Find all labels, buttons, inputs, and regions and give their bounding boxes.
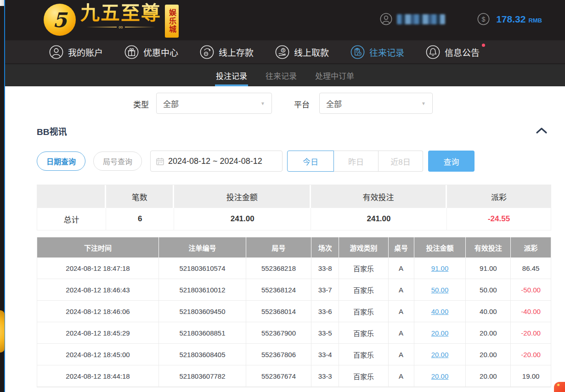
summary-header-cell: 有效投注 <box>311 185 447 208</box>
summary-header-cell <box>37 185 106 208</box>
bet-amount-link[interactable]: 40.00 <box>431 308 449 315</box>
cell-round-id: 552368014 <box>246 301 311 322</box>
cell-time: 2024-08-12 18:46:43 <box>37 279 159 300</box>
floating-promo-widget[interactable] <box>554 382 565 392</box>
bell-icon <box>426 45 440 59</box>
bet-table-column-header: 投注金额 <box>414 237 466 258</box>
notification-dot <box>482 44 485 47</box>
nav-label: 信息公告 <box>445 46 480 58</box>
bet-amount-link[interactable]: 91.00 <box>431 264 449 272</box>
type-filter-value: 全部 <box>163 98 179 109</box>
cell-valid: 91.00 <box>466 258 511 279</box>
cell-time: 2024-08-12 18:47:18 <box>37 258 159 279</box>
window-edge-highlight <box>0 0 4 6</box>
cell-order-id: 521803608851 <box>159 322 246 343</box>
nav-item-withdraw[interactable]: $ 线上取款 <box>275 45 329 59</box>
cell-valid: 20.00 <box>466 322 511 343</box>
cell-valid: 50.00 <box>466 279 511 300</box>
cell-order-id: 521803609450 <box>159 301 246 322</box>
cell-order-id: 521803610012 <box>159 279 246 300</box>
table-row: 2024-08-12 18:44:18521803607782552367674… <box>37 365 551 387</box>
table-row: 2024-08-12 18:45:29521803608851552367900… <box>37 322 551 344</box>
cell-time: 2024-08-12 18:46:06 <box>37 301 159 322</box>
summary-header-row: 笔数 投注金额 有效投注 派彩 <box>37 185 551 208</box>
cell-valid: 20.00 <box>466 365 511 386</box>
cell-payout: -20.00 <box>511 344 551 365</box>
date-shortcut-group: 今日 昨日 近8日 <box>287 151 423 172</box>
nav-item-records[interactable]: 往来记录 <box>350 45 404 59</box>
cell-session: 33-3 <box>311 365 339 386</box>
cell-bet: 20.00 <box>414 344 466 365</box>
cell-game: 百家乐 <box>339 322 388 343</box>
nav-label: 我的账户 <box>68 46 103 58</box>
yesterday-button[interactable]: 昨日 <box>334 151 379 172</box>
bet-table-column-header: 下注时间 <box>37 237 159 258</box>
round-query-button[interactable]: 局号查询 <box>93 151 142 171</box>
content-area: 类型 全部 ▼ 平台 全部 ▼ BB视讯 日期查询 局号查询 <box>5 86 565 392</box>
cell-round-id: 552367674 <box>246 365 311 386</box>
bet-table-column-header: 场次 <box>311 237 339 258</box>
date-query-button[interactable]: 日期查询 <box>37 151 85 171</box>
brand-logo[interactable]: 5 九五至尊 ∞ 娱乐城 <box>44 3 179 38</box>
type-filter-select[interactable]: 全部 ▼ <box>156 93 272 114</box>
nav-item-promotions[interactable]: 优惠中心 <box>124 45 178 59</box>
cell-bet: 91.00 <box>414 258 466 279</box>
header-account-area: $ 178.32 RMB <box>380 13 542 25</box>
gift-icon <box>124 45 139 59</box>
platform-filter-value: 全部 <box>326 98 342 109</box>
nav-item-deposit[interactable]: 线上存款 <box>200 45 254 59</box>
last-8-days-button[interactable]: 近8日 <box>379 151 423 172</box>
withdraw-icon: $ <box>275 45 289 59</box>
today-button[interactable]: 今日 <box>287 151 334 172</box>
nav-label: 优惠中心 <box>143 46 178 58</box>
cell-payout: 86.45 <box>511 258 551 279</box>
cell-time: 2024-08-12 18:44:18 <box>37 365 159 386</box>
nav-item-my-account[interactable]: 我的账户 <box>49 45 103 59</box>
bet-amount-link[interactable]: 20.00 <box>431 351 449 358</box>
nav-item-announcements[interactable]: 信息公告 <box>426 45 480 59</box>
nav-label: 线上存款 <box>219 46 254 58</box>
table-row: 2024-08-12 18:45:00521803608405552367806… <box>37 344 551 365</box>
calendar-icon <box>156 157 164 165</box>
tab-pending-orders[interactable]: 处理中订单 <box>314 64 355 86</box>
summary-header-cell: 派彩 <box>447 185 551 208</box>
cell-payout: -50.00 <box>511 279 551 300</box>
platform-filter-select[interactable]: 全部 ▼ <box>319 93 433 114</box>
floating-gold-widget[interactable] <box>0 310 5 353</box>
summary-header-cell: 笔数 <box>106 185 175 208</box>
balance[interactable]: 178.32 RMB <box>496 14 542 25</box>
logo-flourish: ∞ <box>86 25 155 29</box>
platform-filter-label: 平台 <box>294 98 310 110</box>
cell-session: 33-8 <box>311 258 339 279</box>
username-blurred[interactable] <box>397 14 445 24</box>
svg-text:$: $ <box>282 48 284 52</box>
cell-time: 2024-08-12 18:45:00 <box>37 344 159 365</box>
tab-bet-records[interactable]: 投注记录 <box>215 64 248 86</box>
bet-table-column-header: 局号 <box>246 237 311 258</box>
cell-order-id: 521803610574 <box>159 258 246 279</box>
balance-coin-icon[interactable]: $ <box>477 13 490 25</box>
bet-records-table: 下注时间注单编号局号场次游戏类别桌号投注金额有效投注派彩 2024-08-12 … <box>37 237 551 387</box>
balance-amount: 178.32 <box>496 14 525 25</box>
user-avatar-icon[interactable] <box>380 13 392 25</box>
bet-table-column-header: 游戏类别 <box>339 237 388 258</box>
deposit-icon <box>200 45 214 59</box>
promo-dot-icon <box>557 384 559 386</box>
bet-amount-link[interactable]: 50.00 <box>431 286 449 294</box>
bet-amount-link[interactable]: 20.00 <box>431 329 449 337</box>
date-range-picker[interactable]: 2024-08-12 ~ 2024-08-12 <box>150 151 282 172</box>
cell-session: 33-7 <box>311 279 339 300</box>
logo-coin-icon: 5 <box>44 4 76 36</box>
chevron-down-icon: ▼ <box>260 101 265 106</box>
collapse-chevron-icon[interactable] <box>536 127 548 134</box>
tab-transaction-records[interactable]: 往来记录 <box>265 64 298 86</box>
cell-payout: -20.00 <box>511 322 551 343</box>
bet-table-column-header: 桌号 <box>389 237 414 258</box>
cell-table-no: A <box>389 258 414 279</box>
search-button[interactable]: 查询 <box>428 151 475 172</box>
bet-amount-link[interactable]: 20.00 <box>431 372 449 380</box>
cell-game: 百家乐 <box>339 301 388 322</box>
cell-game: 百家乐 <box>339 258 388 279</box>
cell-bet: 20.00 <box>414 365 466 386</box>
page: 5 九五至尊 ∞ 娱乐城 $ <box>0 0 565 392</box>
